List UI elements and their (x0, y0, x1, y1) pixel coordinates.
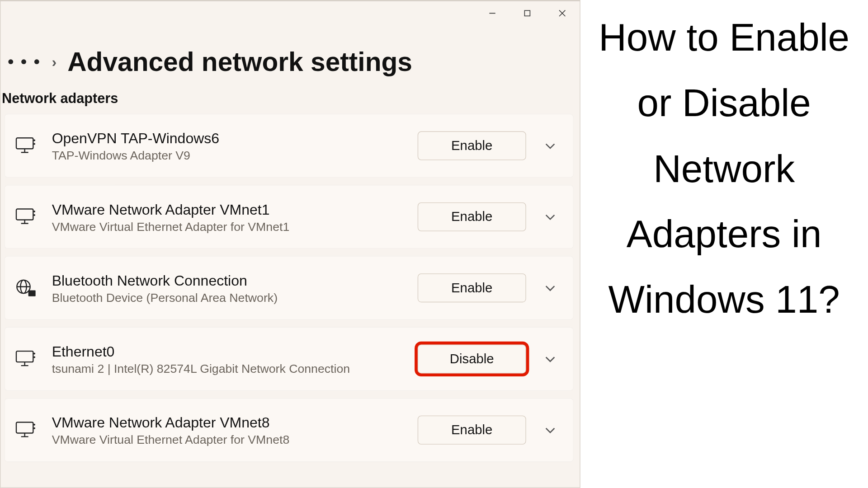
title-bar (0, 1, 580, 30)
monitor-icon (11, 202, 41, 232)
adapter-title: VMware Network Adapter VMnet1 (52, 200, 418, 218)
tutorial-title-panel: How to Enable or Disable Network Adapter… (580, 0, 868, 488)
page-title: Advanced network settings (67, 47, 412, 77)
chevron-down-icon (545, 284, 556, 291)
svg-rect-17 (28, 291, 36, 296)
expand-button[interactable] (538, 205, 562, 229)
adapter-title: Bluetooth Network Connection (52, 272, 418, 290)
adapter-card[interactable]: Ethernet0 tsunami 2 | Intel(R) 82574L Gi… (4, 327, 574, 391)
disable-button[interactable]: Disable (418, 344, 526, 373)
adapter-title: VMware Network Adapter VMnet8 (52, 413, 418, 432)
svg-rect-1 (524, 10, 530, 16)
svg-rect-18 (16, 351, 33, 362)
adapter-card[interactable]: Bluetooth Network Connection Bluetooth D… (4, 256, 574, 320)
chevron-down-icon (545, 355, 556, 362)
minimize-button[interactable] (475, 1, 509, 25)
adapter-subtitle: tsunami 2 | Intel(R) 82574L Gigabit Netw… (52, 361, 418, 375)
maximize-button[interactable] (510, 1, 545, 25)
monitor-icon (11, 415, 41, 445)
expand-button[interactable] (538, 134, 562, 158)
enable-button[interactable]: Enable (418, 131, 526, 160)
close-icon (558, 9, 566, 18)
expand-button[interactable] (538, 276, 562, 300)
svg-rect-9 (16, 209, 33, 220)
section-label-network-adapters: Network adapters (0, 87, 580, 114)
monitor-icon (11, 131, 41, 161)
chevron-right-icon: › (52, 54, 57, 70)
adapter-card[interactable]: VMware Network Adapter VMnet8 VMware Vir… (4, 398, 574, 462)
adapter-subtitle: VMware Virtual Ethernet Adapter for VMne… (52, 220, 418, 234)
adapter-subtitle: VMware Virtual Ethernet Adapter for VMne… (52, 433, 418, 447)
enable-button[interactable]: Enable (418, 416, 526, 445)
close-button[interactable] (545, 1, 580, 25)
svg-rect-4 (16, 138, 33, 149)
globe-network-icon (11, 273, 41, 303)
adapter-title: Ethernet0 (52, 343, 418, 361)
adapter-subtitle: TAP-Windows Adapter V9 (52, 149, 418, 163)
adapter-list: OpenVPN TAP-Windows6 TAP-Windows Adapter… (0, 114, 580, 462)
expand-button[interactable] (538, 347, 562, 371)
minimize-icon (488, 9, 497, 18)
monitor-icon (11, 344, 41, 374)
adapter-title: OpenVPN TAP-Windows6 (52, 129, 418, 147)
chevron-down-icon (545, 213, 556, 221)
enable-button[interactable]: Enable (418, 273, 526, 302)
adapter-subtitle: Bluetooth Device (Personal Area Network) (52, 291, 418, 305)
settings-window: • • • › Advanced network settings Networ… (0, 0, 580, 488)
adapter-card[interactable]: OpenVPN TAP-Windows6 TAP-Windows Adapter… (4, 114, 574, 178)
enable-button[interactable]: Enable (418, 202, 526, 231)
chevron-down-icon (545, 142, 556, 150)
breadcrumb-more-icon[interactable]: • • • (8, 54, 41, 70)
breadcrumb: • • • › Advanced network settings (0, 30, 580, 87)
adapter-card[interactable]: VMware Network Adapter VMnet1 VMware Vir… (4, 185, 574, 249)
expand-button[interactable] (538, 418, 562, 442)
svg-rect-23 (16, 422, 33, 433)
tutorial-title-text: How to Enable or Disable Network Adapter… (592, 5, 856, 333)
maximize-icon (523, 9, 532, 18)
chevron-down-icon (545, 427, 556, 434)
